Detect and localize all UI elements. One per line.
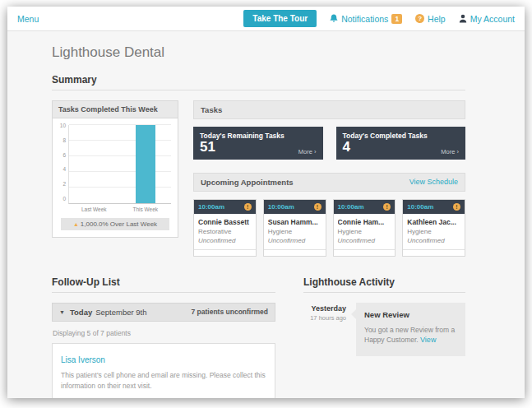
completed-tasks-label: Today's Completed Tasks — [343, 132, 460, 140]
warning-icon: ! — [453, 203, 460, 211]
page-title: Lighthouse Dental — [52, 44, 465, 61]
notifications-badge: 1 — [391, 14, 402, 24]
appointment-time: 10:00am — [407, 203, 433, 211]
patient-name: Connie Ham... — [338, 218, 391, 226]
chart-x-labels: Last WeekThis Week — [68, 204, 171, 212]
remaining-tasks-value: 51 — [200, 140, 215, 155]
activity-card-title: New Review — [364, 310, 457, 319]
appointment-status: Unconfirmed — [268, 237, 322, 244]
chart-x-label: Last Week — [68, 204, 120, 212]
group-date: September 9th — [95, 308, 146, 317]
menu-link[interactable]: Menu — [17, 14, 39, 24]
summary-section-title: Summary — [52, 74, 465, 90]
activity-timestamp: Yesterday 17 hours ago — [303, 303, 346, 356]
appointment-card-body: Kathleen Jac... Hygiene Unconfirmed — [403, 214, 465, 249]
app-window: Menu Take The Tour Notifications 1 ? Hel… — [7, 7, 525, 398]
completed-tasks-more-link[interactable]: More › — [441, 148, 459, 155]
warning-icon: ! — [244, 203, 252, 211]
completed-tasks-value: 4 — [343, 140, 350, 155]
appointment-card-body: Connie Bassett Restorative Unconfirmed — [194, 214, 256, 249]
appointments-grid: 10:00am ! Connie Bassett Restorative Unc… — [193, 199, 465, 257]
summary-right-column: Tasks Today's Remaining Tasks 51 More › … — [193, 100, 465, 257]
activity-card: New Review You got a new Review from a H… — [356, 303, 465, 356]
view-schedule-link[interactable]: View Schedule — [409, 178, 458, 186]
help-icon: ? — [415, 14, 424, 23]
appointment-card-header: 10:00am ! — [403, 200, 465, 214]
upcoming-appointments-title: Upcoming Appointments — [201, 178, 294, 187]
help-button[interactable]: ? Help — [415, 14, 446, 24]
appointment-card[interactable]: 10:00am ! Connie Ham... Hygiene Unconfir… — [333, 199, 396, 257]
appointment-type: Restorative — [198, 228, 252, 235]
main-content: Lighthouse Dental Summary Tasks Complete… — [7, 31, 525, 398]
patient-name-link[interactable]: Lisa Iverson — [61, 355, 105, 364]
warning-icon: ! — [314, 203, 322, 211]
take-the-tour-button[interactable]: Take The Tour — [243, 10, 317, 27]
follow-up-group-header[interactable]: ▼ Today September 9th 7 patients unconfi… — [52, 303, 275, 322]
topbar-right-group: Take The Tour Notifications 1 ? Help My … — [243, 10, 515, 27]
appointment-card-footer — [334, 249, 396, 256]
appointment-type: Hygiene — [407, 228, 460, 235]
displaying-count: Displaying 5 of 7 patients — [53, 329, 275, 337]
group-day: Today — [70, 308, 92, 317]
summary-grid: Tasks Completed This Week 1086420 Last W… — [52, 100, 465, 257]
appointment-time: 10:00am — [198, 203, 224, 211]
chart-x-label: This Week — [120, 204, 172, 212]
warning-icon: ! — [383, 203, 391, 211]
top-navigation-bar: Menu Take The Tour Notifications 1 ? Hel… — [7, 7, 525, 31]
task-cards: Today's Remaining Tasks 51 More › Today'… — [193, 127, 465, 160]
chart-y-axis: 1086420 — [59, 123, 68, 202]
lighthouse-activity-section: Lighthouse Activity Yesterday 17 hours a… — [303, 276, 465, 398]
notifications-button[interactable]: Notifications 1 — [330, 14, 402, 24]
my-account-button[interactable]: My Account — [459, 14, 515, 24]
appointment-status: Unconfirmed — [338, 237, 391, 244]
tasks-completed-panel-title: Tasks Completed This Week — [53, 101, 178, 118]
patient-follow-up-card: Lisa Iverson This patient's cell phone a… — [52, 343, 275, 398]
up-arrow-icon: ▲ — [73, 221, 79, 227]
appointment-card-footer — [403, 249, 465, 256]
my-account-label: My Account — [470, 14, 515, 24]
chart-bars — [69, 125, 171, 203]
appointment-card-header: 10:00am ! — [264, 200, 326, 214]
follow-up-section: Follow-Up List ▼ Today September 9th 7 p… — [52, 276, 275, 398]
appointment-status: Unconfirmed — [407, 237, 460, 244]
notifications-label: Notifications — [341, 14, 388, 24]
bell-icon — [330, 14, 338, 23]
activity-title: Lighthouse Activity — [303, 276, 465, 293]
chart-bar — [69, 125, 120, 203]
tasks-strip-title: Tasks — [201, 105, 222, 114]
completed-tasks-card[interactable]: Today's Completed Tasks 4 More › — [336, 127, 466, 160]
remaining-tasks-more-link[interactable]: More › — [298, 148, 317, 155]
tasks-completed-panel: Tasks Completed This Week 1086420 Last W… — [52, 100, 178, 238]
help-label: Help — [428, 14, 446, 24]
appointment-card[interactable]: 10:00am ! Kathleen Jac... Hygiene Unconf… — [402, 199, 465, 257]
appointment-card-header: 10:00am ! — [334, 200, 396, 214]
chart-footnote: ▲1,000.0% Over Last Week — [61, 218, 169, 230]
chart-bar — [120, 125, 171, 203]
appointment-time: 10:00am — [268, 203, 294, 211]
appointment-card[interactable]: 10:00am ! Susan Hamm... Hygiene Unconfir… — [263, 199, 326, 257]
appointment-card[interactable]: 10:00am ! Connie Bassett Restorative Unc… — [193, 199, 257, 257]
remaining-tasks-card[interactable]: Today's Remaining Tasks 51 More › — [193, 127, 323, 160]
user-icon — [459, 14, 467, 23]
appointment-type: Hygiene — [338, 228, 391, 235]
tasks-strip: Tasks — [193, 100, 465, 119]
activity-when-title: Yesterday — [303, 304, 346, 313]
caret-down-icon: ▼ — [59, 309, 65, 315]
activity-item: Yesterday 17 hours ago New Review You go… — [303, 303, 465, 356]
remaining-tasks-label: Today's Remaining Tasks — [200, 132, 317, 140]
appointment-card-footer — [194, 249, 256, 256]
activity-text: You got a new Review from a Happy Custom… — [364, 326, 455, 345]
activity-card-text: You got a new Review from a Happy Custom… — [364, 325, 457, 346]
appointment-card-body: Susan Hamm... Hygiene Unconfirmed — [264, 214, 326, 249]
bar-chart: 1086420 — [59, 125, 171, 204]
bottom-grid: Follow-Up List ▼ Today September 9th 7 p… — [52, 276, 465, 398]
patient-name: Susan Hamm... — [268, 218, 322, 226]
appointment-card-header: 10:00am ! — [194, 200, 256, 214]
appointment-type: Hygiene — [268, 228, 322, 235]
chart-plot — [68, 125, 171, 204]
activity-view-link[interactable]: View — [420, 336, 436, 344]
patient-name: Kathleen Jac... — [407, 218, 460, 226]
patient-note: This patient's cell phone and email are … — [61, 370, 266, 392]
appointment-card-footer — [264, 249, 326, 256]
appointment-card-body: Connie Ham... Hygiene Unconfirmed — [334, 214, 396, 249]
